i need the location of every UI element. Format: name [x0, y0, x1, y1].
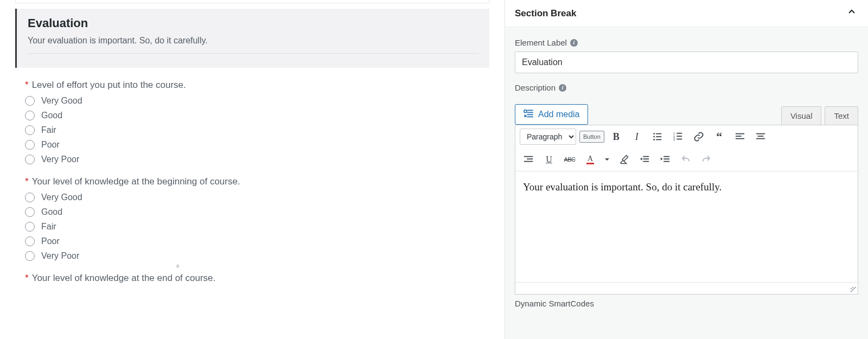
svg-rect-20	[527, 158, 533, 159]
svg-rect-21	[524, 161, 533, 162]
radio-option[interactable]: Very Good	[25, 96, 505, 106]
section-divider	[28, 53, 478, 54]
radio-icon[interactable]	[25, 222, 35, 232]
outdent-icon[interactable]	[636, 151, 653, 168]
radio-label: Very Poor	[41, 155, 79, 164]
radio-option[interactable]: Very Poor	[25, 251, 505, 261]
description-editor[interactable]: Your evaluation is important. So, do it …	[515, 171, 858, 282]
radio-option[interactable]: Very Poor	[25, 155, 505, 164]
align-left-icon[interactable]	[731, 129, 749, 145]
text-color-dropdown-icon[interactable]	[602, 151, 612, 168]
radio-label: Fair	[41, 125, 56, 135]
wysiwyg-editor: Paragraph Button B I 123 “	[515, 125, 858, 295]
svg-rect-17	[757, 136, 763, 137]
strikethrough-icon[interactable]: ABC	[561, 151, 578, 168]
undo-icon[interactable]	[677, 151, 694, 168]
radio-label: Fair	[41, 222, 56, 232]
format-select[interactable]: Paragraph	[520, 129, 576, 145]
info-icon[interactable]: i	[559, 84, 566, 92]
svg-rect-19	[524, 156, 533, 157]
blockquote-icon[interactable]: “	[711, 129, 728, 145]
svg-rect-10	[676, 136, 682, 137]
radio-group: Very GoodGoodFairPoorVery Poor	[25, 193, 505, 261]
insert-button-pill[interactable]: Button	[579, 131, 604, 143]
svg-text:3: 3	[673, 138, 675, 141]
question-label: *Your level of knowledge at the end of c…	[25, 273, 505, 284]
redo-icon[interactable]	[698, 151, 715, 168]
clear-formatting-icon[interactable]	[615, 151, 633, 168]
required-asterisk: *	[25, 176, 29, 187]
radio-icon[interactable]	[25, 155, 35, 164]
question-label-text: Your level of knowledge at the beginning…	[32, 176, 240, 187]
dynamic-smartcodes-label[interactable]: Dynamic SmartCodes	[515, 299, 858, 308]
radio-option[interactable]: Very Good	[25, 193, 505, 202]
question-block[interactable]: *Your level of knowledge at the end of c…	[25, 273, 505, 284]
underline-icon[interactable]: U	[540, 151, 558, 168]
panel-header[interactable]: Section Break	[505, 0, 868, 27]
svg-point-0	[524, 110, 527, 112]
svg-rect-22	[643, 156, 649, 157]
svg-rect-14	[736, 136, 742, 137]
italic-icon[interactable]: I	[628, 129, 646, 145]
svg-rect-18	[756, 138, 765, 139]
info-icon[interactable]: i	[570, 39, 578, 47]
indent-icon[interactable]	[656, 151, 674, 168]
svg-rect-26	[663, 158, 669, 159]
radio-label: Good	[41, 111, 62, 120]
svg-point-3	[653, 136, 655, 138]
bold-icon[interactable]: B	[608, 129, 625, 145]
question-block[interactable]: *Your level of knowledge at the beginnin…	[25, 176, 505, 261]
editor-tabs-row: Add media Visual Text	[515, 104, 858, 125]
form-preview-pane: Evaluation Your evaluation is important.…	[0, 0, 505, 339]
bulleted-list-icon[interactable]	[649, 129, 666, 145]
radio-option[interactable]: Fair	[25, 125, 505, 135]
radio-option[interactable]: Fair	[25, 222, 505, 232]
radio-label: Very Good	[41, 193, 82, 202]
section-title: Evaluation	[28, 16, 478, 30]
numbered-list-icon[interactable]: 123	[669, 129, 687, 145]
collapse-icon[interactable]	[847, 8, 856, 19]
radio-icon[interactable]	[25, 251, 35, 261]
tab-visual[interactable]: Visual	[781, 106, 822, 125]
svg-rect-8	[676, 133, 682, 134]
radio-icon[interactable]	[25, 236, 35, 246]
svg-rect-2	[656, 133, 661, 135]
radio-icon[interactable]	[25, 207, 35, 217]
editor-statusbar[interactable]	[515, 282, 858, 294]
tab-text[interactable]: Text	[825, 106, 858, 125]
link-icon[interactable]	[690, 129, 707, 145]
align-right-icon[interactable]	[520, 151, 537, 168]
element-label-caption: Element Label i	[515, 38, 858, 47]
radio-label: Good	[41, 207, 62, 217]
radio-label: Very Poor	[41, 251, 79, 261]
panel-body: Element Label i Description i Add media	[505, 27, 868, 339]
inspector-pane: Section Break Element Label i Descriptio…	[505, 0, 868, 339]
radio-icon[interactable]	[25, 125, 35, 135]
section-break-preview[interactable]: Evaluation Your evaluation is important.…	[15, 9, 489, 68]
svg-rect-23	[643, 158, 649, 159]
radio-option[interactable]: Poor	[25, 236, 505, 246]
section-description: Your evaluation is important. So, do it …	[28, 36, 478, 46]
question-label: *Your level of knowledge at the beginnin…	[25, 176, 505, 187]
svg-rect-15	[736, 138, 744, 139]
align-center-icon[interactable]	[752, 129, 769, 145]
radio-label: Very Good	[41, 96, 82, 106]
radio-icon[interactable]	[25, 111, 35, 120]
radio-option[interactable]: Good	[25, 207, 505, 217]
svg-rect-13	[736, 133, 744, 135]
radio-icon[interactable]	[25, 140, 35, 150]
radio-option[interactable]: Poor	[25, 140, 505, 150]
panel-title: Section Break	[515, 8, 576, 19]
radio-icon[interactable]	[25, 96, 35, 106]
svg-rect-16	[756, 133, 765, 135]
add-media-button[interactable]: Add media	[515, 104, 588, 125]
question-block[interactable]: *Level of effort you put into the course…	[25, 80, 505, 164]
element-label-input[interactable]	[515, 52, 858, 73]
media-icon	[523, 109, 534, 120]
svg-rect-24	[643, 161, 649, 162]
radio-option[interactable]: Good	[25, 111, 505, 120]
required-asterisk: *	[25, 273, 29, 283]
svg-rect-12	[676, 139, 682, 140]
radio-icon[interactable]	[25, 193, 35, 202]
text-color-icon[interactable]: A	[582, 151, 599, 168]
